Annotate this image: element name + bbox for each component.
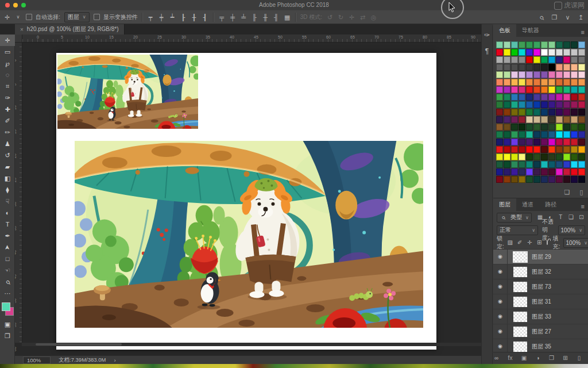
- delete-swatch-icon[interactable]: ▯: [578, 188, 585, 196]
- crop-tool[interactable]: ⌗: [0, 80, 15, 92]
- color-swatch[interactable]: [548, 139, 555, 145]
- align-bottom-icon[interactable]: ┷: [169, 13, 176, 21]
- color-swatch[interactable]: [496, 101, 503, 108]
- color-swatch[interactable]: [519, 56, 525, 63]
- color-swatch[interactable]: [519, 161, 525, 168]
- layer-thumbnail[interactable]: [513, 327, 527, 337]
- color-swatch[interactable]: [533, 41, 540, 48]
- layer-row[interactable]: ◉图层 33: [493, 309, 588, 324]
- color-swatch[interactable]: [556, 109, 563, 116]
- color-swatch[interactable]: [578, 49, 585, 56]
- add-layer-mask-icon[interactable]: ▣: [520, 354, 528, 362]
- share-icon[interactable]: ↥: [577, 13, 585, 21]
- quick-mask-button[interactable]: ▣: [0, 319, 15, 330]
- color-swatch[interactable]: [571, 71, 578, 78]
- color-swatch[interactable]: [548, 176, 555, 183]
- marquee-tool[interactable]: ▭: [0, 46, 15, 57]
- lasso-tool[interactable]: ℘: [0, 57, 15, 69]
- color-swatch[interactable]: [533, 49, 540, 56]
- color-swatch[interactable]: [571, 109, 578, 116]
- color-swatch[interactable]: [571, 146, 578, 153]
- color-swatch[interactable]: [571, 161, 578, 168]
- color-swatch[interactable]: [571, 49, 578, 56]
- history-brush-tool[interactable]: ↺: [0, 150, 15, 161]
- distribute-center-icon[interactable]: ╫: [262, 13, 269, 21]
- color-swatch[interactable]: [496, 139, 503, 145]
- color-swatch[interactable]: [533, 94, 540, 101]
- color-swatch[interactable]: [519, 64, 525, 71]
- color-swatch[interactable]: [533, 154, 540, 160]
- color-swatch[interactable]: [511, 71, 518, 78]
- color-swatch[interactable]: [563, 64, 570, 71]
- color-swatch[interactable]: [504, 124, 510, 131]
- color-swatch[interactable]: [548, 146, 555, 153]
- layer-row[interactable]: ◉图层 35: [493, 339, 588, 352]
- color-swatch[interactable]: [526, 79, 533, 86]
- color-swatch[interactable]: [563, 161, 570, 168]
- color-swatch[interactable]: [556, 139, 563, 145]
- color-swatch[interactable]: [578, 161, 585, 168]
- color-swatch[interactable]: [578, 139, 585, 145]
- color-swatch[interactable]: [578, 154, 585, 160]
- color-swatch[interactable]: [533, 124, 540, 131]
- color-swatch[interactable]: [563, 168, 570, 175]
- filter-shape-layers-icon[interactable]: ❏: [568, 213, 574, 221]
- color-swatch[interactable]: [578, 109, 585, 116]
- color-swatch[interactable]: [511, 176, 518, 183]
- color-swatch[interactable]: [541, 71, 548, 78]
- color-swatch[interactable]: [548, 56, 555, 63]
- align-right-icon[interactable]: ┨: [202, 13, 209, 21]
- color-swatch[interactable]: [526, 116, 533, 123]
- color-swatch[interactable]: [578, 56, 585, 63]
- path-selection-tool[interactable]: ➤: [0, 241, 15, 253]
- align-left-icon[interactable]: ┠: [180, 13, 187, 21]
- color-swatch[interactable]: [541, 161, 548, 168]
- color-swatch[interactable]: [541, 116, 548, 123]
- color-swatch[interactable]: [511, 94, 518, 101]
- color-swatch[interactable]: [519, 139, 525, 145]
- color-swatch[interactable]: [563, 109, 570, 116]
- color-swatch[interactable]: [533, 64, 540, 71]
- color-swatch[interactable]: [504, 176, 510, 183]
- color-swatch[interactable]: [519, 109, 525, 116]
- color-swatch[interactable]: [571, 86, 578, 93]
- color-swatch[interactable]: [496, 94, 503, 101]
- color-swatch[interactable]: [541, 56, 548, 63]
- color-swatch[interactable]: [563, 49, 570, 56]
- color-swatch[interactable]: [556, 154, 563, 160]
- eraser-tool[interactable]: ▰: [0, 161, 15, 172]
- color-swatch[interactable]: [519, 41, 525, 48]
- color-swatch[interactable]: [504, 116, 510, 123]
- distribute-spacing-icon[interactable]: ▦: [284, 13, 291, 21]
- color-swatch[interactable]: [556, 124, 563, 131]
- color-swatch[interactable]: [504, 139, 510, 145]
- new-layer-icon[interactable]: ⊞: [562, 354, 569, 362]
- layer-thumbnail[interactable]: [513, 312, 527, 322]
- shape-tool[interactable]: □: [0, 253, 15, 264]
- color-swatch[interactable]: [511, 49, 518, 56]
- distribute-left-icon[interactable]: ╟: [251, 13, 258, 21]
- layer-visibility-eye-icon[interactable]: ◉: [493, 250, 508, 264]
- tab-paths[interactable]: 路径: [539, 198, 562, 211]
- link-layers-icon[interactable]: ∞: [493, 354, 500, 362]
- color-swatch[interactable]: [504, 109, 510, 116]
- color-swatch[interactable]: [519, 71, 525, 78]
- color-swatch[interactable]: [556, 71, 563, 78]
- color-swatch[interactable]: [511, 79, 518, 86]
- color-swatch[interactable]: [541, 124, 548, 131]
- tab-navigator[interactable]: 导航器: [516, 24, 545, 37]
- color-swatch[interactable]: [511, 56, 518, 63]
- color-swatch[interactable]: [496, 86, 503, 93]
- color-swatch[interactable]: [526, 124, 533, 131]
- color-swatch[interactable]: [496, 154, 503, 160]
- color-swatch[interactable]: [548, 41, 555, 48]
- color-swatch[interactable]: [496, 131, 503, 138]
- color-swatch[interactable]: [511, 131, 518, 138]
- color-swatch[interactable]: [548, 86, 555, 93]
- color-swatch[interactable]: [519, 49, 525, 56]
- color-swatch[interactable]: [563, 139, 570, 145]
- tool-preset[interactable]: ✛ ∨: [3, 13, 22, 21]
- status-chevron-icon[interactable]: ›: [114, 357, 115, 363]
- color-swatch[interactable]: [504, 56, 510, 63]
- color-swatch[interactable]: [578, 131, 585, 138]
